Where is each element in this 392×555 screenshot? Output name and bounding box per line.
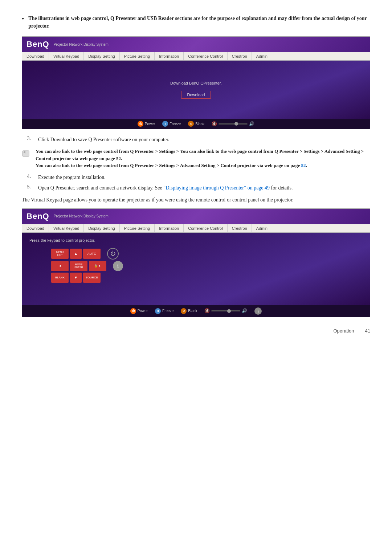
freeze-ctrl-1: ⏸ Freeze <box>162 121 181 127</box>
benq-nav-2: Download Virtual Keypad Display Setting … <box>22 224 370 233</box>
download-content-text: Download BenQ QPresenter. <box>170 81 222 85</box>
step-4-text: Execute the program installation. <box>38 174 106 181</box>
benq-panel-2: BenQ Projector Network Display System Do… <box>22 208 370 317</box>
nav-crestron-1[interactable]: Crestron <box>228 52 252 60</box>
step-3-text: Click Download to save Q Presenter softw… <box>38 136 170 143</box>
blank-icon-1[interactable]: ⚙ <box>188 121 194 127</box>
volume-icon-1: 🔊 <box>249 121 254 127</box>
nav-crestron-2[interactable]: Crestron <box>228 224 252 232</box>
benq-bottom-bar-2: ⏻ Power ⏸ Freeze ⚙ Blank 🔇 🔊 i <box>22 305 370 317</box>
power-label-2: Power <box>138 309 148 313</box>
vk-instruction: Press the keypad to control projector. <box>29 238 95 242</box>
benq-bottom-bar-1: ⏻ Power ⏸ Freeze ⚙ Blank 🔇 🔊 <box>22 119 370 129</box>
footer-section: Operation <box>333 328 354 334</box>
page-footer: Operation 41 <box>22 325 370 334</box>
nav-conference-control-2[interactable]: Conference Control <box>184 224 227 232</box>
note-link[interactable]: 52 <box>301 163 306 168</box>
nav-information-2[interactable]: Information <box>155 224 184 232</box>
virtual-keypad-para: The Virtual Keypad page allows you to op… <box>22 196 370 204</box>
step-5-link[interactable]: “Displaying image through Q Presenter” o… <box>163 185 270 191</box>
nav-virtual-keypad-1[interactable]: Virtual Keypad <box>49 52 84 60</box>
nav-download-1[interactable]: Download <box>22 52 49 60</box>
blank-btn[interactable]: BLANK <box>51 273 69 283</box>
auto-btn[interactable]: AUTO <box>83 249 101 259</box>
volume-slider-2: 🔇 🔊 <box>204 308 247 314</box>
nav-admin-2[interactable]: Admin <box>252 224 272 232</box>
nav-download-2[interactable]: Download <box>22 224 49 232</box>
blank-label-2: Blank <box>188 309 197 313</box>
blank-ctrl-1: ⚙ Blank <box>188 121 204 127</box>
footer-page-num: 41 <box>365 328 370 334</box>
mode-enter-btn[interactable]: MODEENTER <box>70 261 87 271</box>
benq-header-2: BenQ Projector Network Display System <box>22 209 370 224</box>
freeze-ctrl-2: ⏸ Freeze <box>155 308 173 314</box>
blank-ctrl-2: ⚙ Blank <box>181 308 197 314</box>
power-btn-keypad[interactable]: ⏻ <box>107 248 119 260</box>
step-4-num: 4. <box>22 174 31 179</box>
benq-logo-1: BenQ <box>26 40 49 49</box>
slider-track-1[interactable] <box>219 123 248 125</box>
up-arrow-btn[interactable]: ▲ <box>70 249 82 259</box>
power-ctrl-2: ⏻ Power <box>130 308 148 314</box>
info-btn-keypad[interactable]: i <box>113 261 123 271</box>
right-arrow-btn[interactable]: 🔒 ► <box>89 261 106 271</box>
slider-thumb-2[interactable] <box>227 309 231 313</box>
nav-display-setting-1[interactable]: Display Setting <box>84 52 119 60</box>
benq-content-1: Download BenQ QPresenter. Download <box>22 61 370 119</box>
freeze-label-2: Freeze <box>162 309 173 313</box>
freeze-icon-2[interactable]: ⏸ <box>155 308 161 314</box>
volume-slider-1: 🔇 🔊 <box>212 121 254 127</box>
mute-icon-2: 🔇 <box>204 308 210 314</box>
bullet-text: The illustrations in web page control, Q… <box>28 15 370 30</box>
nav-display-setting-2[interactable]: Display Setting <box>84 224 119 232</box>
download-button[interactable]: Download <box>181 91 211 99</box>
vk-content: Press the keypad to control projector. M… <box>22 233 370 305</box>
benq-panel-1: BenQ Projector Network Display System Do… <box>22 36 370 129</box>
nav-admin-1[interactable]: Admin <box>252 52 272 60</box>
step-4: 4. Execute the program installation. <box>22 174 370 181</box>
volume-icon-2: 🔊 <box>242 308 247 314</box>
benq-logo-2: BenQ <box>26 212 49 221</box>
step-3-num: 3. <box>22 136 31 142</box>
slider-track-2[interactable] <box>211 310 240 311</box>
menu-exit-btn[interactable]: MENUEXIT <box>51 249 69 259</box>
power-icon-1[interactable]: ⏻ <box>138 121 143 127</box>
step-5: 5. Open Q Presenter, search and connect … <box>22 184 370 192</box>
step-3: 3. Click Download to save Q Presenter so… <box>22 136 370 143</box>
power-label-1: Power <box>145 122 155 126</box>
svg-rect-0 <box>23 151 29 156</box>
nav-virtual-keypad-2[interactable]: Virtual Keypad <box>49 224 84 232</box>
nav-information-1[interactable]: Information <box>155 52 184 60</box>
benq-nav-1: Download Virtual Keypad Display Setting … <box>22 52 370 61</box>
benq-header-1: BenQ Projector Network Display System <box>22 37 370 52</box>
power-icon-2[interactable]: ⏻ <box>130 308 136 314</box>
benq-subtitle-1: Projector Network Display System <box>54 42 109 46</box>
slider-thumb-1[interactable] <box>234 122 238 126</box>
note-text: You can also link to the web page contro… <box>36 148 370 169</box>
source-btn[interactable]: SOURCE <box>83 273 101 283</box>
nav-picture-setting-1[interactable]: Picture Setting <box>120 52 155 60</box>
power-ctrl-1: ⏻ Power <box>138 121 155 127</box>
nav-conference-control-1[interactable]: Conference Control <box>184 52 227 60</box>
mute-icon-1: 🔇 <box>212 121 217 127</box>
bullet-dot: • <box>22 15 24 30</box>
freeze-label-1: Freeze <box>170 122 181 126</box>
left-arrow-btn[interactable]: ◄ <box>51 261 69 271</box>
nav-picture-setting-2[interactable]: Picture Setting <box>120 224 155 232</box>
bottom-info-btn[interactable]: i <box>254 307 262 315</box>
note-icon <box>22 148 32 160</box>
step-5-num: 5. <box>22 184 31 190</box>
benq-subtitle-2: Projector Network Display System <box>54 214 109 218</box>
freeze-icon-1[interactable]: ⏸ <box>162 121 168 127</box>
blank-icon-2[interactable]: ⚙ <box>181 308 187 314</box>
blank-label-1: Blank <box>195 122 204 126</box>
bullet-section: • The illustrations in web page control,… <box>22 15 370 30</box>
step-5-text: Open Q Presenter, search and connect a n… <box>38 184 293 192</box>
note-box: You can also link to the web page contro… <box>22 148 370 169</box>
down-arrow-btn[interactable]: ▼ <box>70 273 82 283</box>
